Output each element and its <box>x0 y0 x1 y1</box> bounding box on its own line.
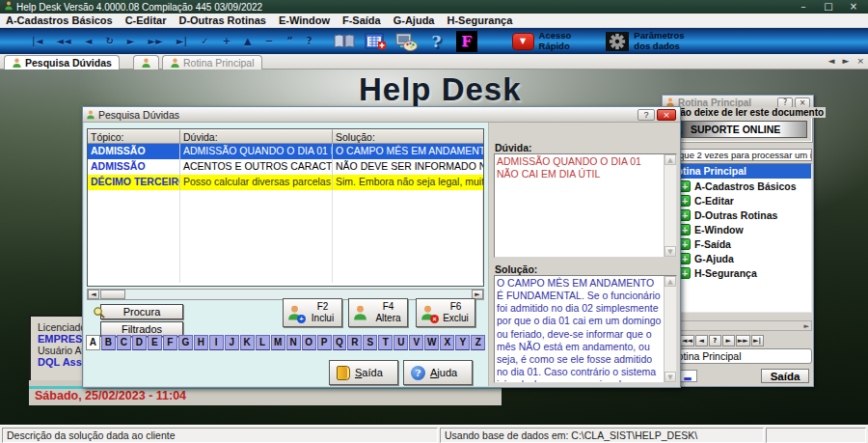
saida-button[interactable]: Saída <box>329 360 398 385</box>
solucao-textbox[interactable]: O CAMPO MÊS EM ANDAMENTO É FUNDAMENTAL. … <box>494 275 677 383</box>
alphabet-button-Y[interactable]: Y <box>455 335 470 350</box>
alphabet-button-G[interactable]: G <box>178 335 193 350</box>
alphabet-button-W[interactable]: W <box>424 335 439 350</box>
dialog-title-bar[interactable]: Pesquisa Dúvidas <box>83 107 680 123</box>
alphabet-button-U[interactable]: U <box>393 335 408 350</box>
rotina-text-field[interactable]: Rotina Principal <box>665 348 812 364</box>
toolbar-nav-icon[interactable]: ? <box>300 36 319 46</box>
alphabet-button-C[interactable]: C <box>117 335 131 350</box>
tree-horizontal-scrollbar[interactable]: ◄ ► <box>665 320 812 331</box>
dialog-close-icon[interactable]: × <box>657 109 676 121</box>
help-3d-icon[interactable]: ? <box>425 32 448 51</box>
tree-item[interactable]: +G-Ajuda <box>666 251 811 265</box>
rotina-saida-button[interactable]: Saída <box>761 369 809 383</box>
book-icon[interactable] <box>333 32 356 51</box>
toolbar-nav-icon[interactable]: ▲ <box>237 36 258 46</box>
alphabet-button-S[interactable]: S <box>363 335 377 350</box>
scrollbar-thumb[interactable] <box>100 290 125 299</box>
menu-item-2[interactable]: C-Editar <box>125 14 167 26</box>
ajuda-button[interactable]: ? Ajuda <box>403 360 473 385</box>
tab-rotina-principal[interactable]: Rotina Principal <box>162 55 262 69</box>
alphabet-button-Z[interactable]: Z <box>471 335 485 350</box>
tree-item[interactable]: +F-Saída <box>666 236 811 251</box>
toolbar-nav-icon[interactable]: ◄◄ <box>49 36 77 46</box>
rotina-nav-icon[interactable]: ►► <box>736 335 750 346</box>
toolbar-nav-icon[interactable]: |◄ <box>25 36 49 46</box>
alphabet-button-J[interactable]: J <box>225 335 239 350</box>
procura-button[interactable]: Procura <box>100 304 183 319</box>
menu-item-7[interactable]: H-Segurança <box>447 14 512 26</box>
maximize-icon[interactable]: □ <box>816 0 841 14</box>
tab-scroll-left-icon[interactable]: ◄ <box>828 56 835 66</box>
f-logo-icon[interactable]: F <box>456 31 477 52</box>
alphabet-button-I[interactable]: I <box>209 335 224 350</box>
alphabet-button-Q[interactable]: Q <box>333 335 347 350</box>
f2-inclui-button[interactable]: + F2Inclui <box>283 298 342 327</box>
calendar-medical-icon[interactable] <box>364 32 387 51</box>
scroll-left-icon[interactable]: ◄ <box>88 290 99 299</box>
toolbar-nav-icon[interactable]: ◄ <box>78 36 99 46</box>
suporte-online-button[interactable]: SUPORTE ONLINE <box>670 121 807 138</box>
alphabet-button-F[interactable]: F <box>163 335 177 350</box>
tree-item[interactable]: +H-Segurança <box>666 265 811 280</box>
duvida-scrollbar[interactable]: ▲▼ <box>664 154 676 257</box>
alphabet-button-H[interactable]: H <box>194 335 208 350</box>
column-header[interactable]: Tópico: <box>88 129 180 144</box>
alphabet-button-N[interactable]: N <box>286 335 301 350</box>
tab-close-icon[interactable]: × <box>856 56 864 66</box>
alphabet-button-E[interactable]: E <box>148 335 162 350</box>
tab-scroll-right-icon[interactable]: ► <box>843 56 850 66</box>
alphabet-button-B[interactable]: B <box>101 335 116 350</box>
alphabet-button-V[interactable]: V <box>409 335 423 350</box>
tree-root-item[interactable]: Rotina Principal <box>666 164 811 179</box>
dialog-help-icon[interactable]: ? <box>637 109 655 121</box>
tab-minimized[interactable] <box>133 55 159 69</box>
rotina-mini-button[interactable]: ▂ <box>678 370 697 382</box>
table-row[interactable]: DÉCIMO TERCEIROPosso calcular diversas p… <box>88 175 483 190</box>
computer-palette-icon[interactable] <box>394 32 418 51</box>
alphabet-button-R[interactable]: R <box>347 335 362 350</box>
rotina-nav-icon[interactable]: ► <box>722 335 735 346</box>
rotina-nav-icon[interactable]: ◄◄ <box>680 335 694 346</box>
alphabet-button-P[interactable]: P <box>317 335 332 350</box>
tree-item[interactable]: +C-Editar <box>666 193 811 208</box>
alphabet-button-X[interactable]: X <box>440 335 454 350</box>
alphabet-button-K[interactable]: K <box>240 335 255 350</box>
tree-item[interactable]: +E-Window <box>666 222 811 236</box>
column-header[interactable]: Solução: <box>333 129 483 144</box>
f4-altera-button[interactable]: F4Altera <box>348 298 408 327</box>
toolbar-nav-icon[interactable]: ↻ <box>98 36 120 46</box>
results-table[interactable]: Tópico:Dúvida:Solução: ADMISSÃOADMISSÃO … <box>87 128 484 287</box>
table-row[interactable]: ADMISSÃOACENTOS E OUTROS CARACTERESNÃO D… <box>88 159 483 175</box>
duvida-textbox[interactable]: ADMISSÃO QUANDO O DIA 01 NÃO CAI EM DIA … <box>494 153 677 258</box>
alphabet-button-O[interactable]: O <box>302 335 316 350</box>
toolbar-nav-icon[interactable]: ► <box>121 36 142 46</box>
rotina-nav-icon[interactable]: ◄ <box>695 335 708 346</box>
menu-item-3[interactable]: D-Outras Rotinas <box>178 14 265 26</box>
solucao-scrollbar[interactable]: ▲▼ <box>664 276 676 382</box>
acesso-rapido-button[interactable]: ▼ AcessoRápido <box>512 31 572 51</box>
alphabet-button-D[interactable]: D <box>132 335 147 350</box>
toolbar-nav-icon[interactable]: ►► <box>142 36 170 46</box>
menu-item-4[interactable]: E-Window <box>279 14 330 26</box>
alphabet-button-T[interactable]: T <box>378 335 393 350</box>
tab-pesquisa-duvidas[interactable]: Pesquisa Dúvidas <box>4 55 120 69</box>
rotina-nav-icon[interactable]: ? <box>709 335 721 346</box>
alphabet-button-A[interactable]: A <box>86 335 100 350</box>
tree-item[interactable]: +D-Outras Rotinas <box>666 208 811 222</box>
toolbar-nav-icon[interactable]: ✓ <box>194 36 215 46</box>
toolbar-nav-icon[interactable]: ” <box>280 36 300 46</box>
minimize-icon[interactable]: – <box>791 0 816 14</box>
rotina-nav-icon[interactable]: ►| <box>751 335 764 346</box>
menu-item-5[interactable]: F-Saída <box>342 14 381 26</box>
f6-exclui-button[interactable]: × F6Exclui <box>416 298 475 327</box>
menu-item-6[interactable]: G-Ajuda <box>393 14 435 26</box>
tree-item[interactable]: +A-Cadastros Básicos <box>666 179 811 193</box>
menu-item-1[interactable]: A-Cadastros Básicos <box>6 14 113 26</box>
column-header[interactable]: Dúvida: <box>180 129 333 144</box>
alphabet-button-L[interactable]: L <box>256 335 270 350</box>
table-row[interactable]: ADMISSÃOADMISSÃO QUANDO O DIA 01 NÃO CO … <box>88 144 483 159</box>
close-icon[interactable]: × <box>841 0 866 14</box>
toolbar-nav-icon[interactable]: − <box>258 36 280 46</box>
toolbar-nav-icon[interactable]: ►| <box>170 36 194 46</box>
